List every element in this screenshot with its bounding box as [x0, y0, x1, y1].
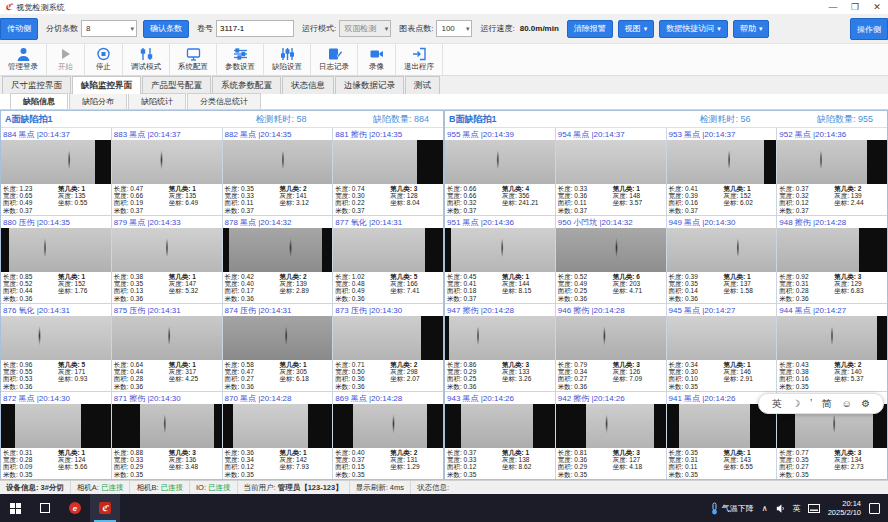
action-exit-button[interactable]: 退出程序 [396, 44, 443, 75]
gray-line: 灰度: 133 [502, 368, 553, 375]
drive-side-button[interactable]: 传动侧 [0, 18, 38, 40]
defect-cell[interactable]: 942 擦伤 |20:14:26长度: 0.81宽度: 0.36面积: 0.29… [556, 392, 666, 479]
close-button[interactable]: ✕ [866, 0, 888, 14]
pinned-app-button[interactable]: e [60, 494, 90, 522]
coord-line: 坐标: 6.02 [723, 199, 774, 206]
measure-line: 米数: 0.35 [114, 471, 169, 478]
defect-cell[interactable]: 949 黑点 |20:14:30长度: 0.39宽度: 0.35面积: 0.14… [667, 216, 777, 303]
action-camera-button[interactable]: 录像 [358, 44, 396, 75]
defect-grid: 884 黑点 |20:14:37长度: 1.23宽度: 0.65面积: 0.49… [1, 128, 443, 479]
defect-cell[interactable]: 951 黑点 |20:14:36长度: 0.45宽度: 0.41面积: 0.18… [445, 216, 555, 303]
defect-cell[interactable]: 880 压伤 |20:14:35长度: 0.85宽度: 0.52面积: 0.44… [1, 216, 111, 303]
action-log-button[interactable]: 日志记录 [311, 44, 358, 75]
start-button[interactable] [0, 494, 30, 522]
defect-cell[interactable]: 881 擦伤 |20:14:35长度: 0.74宽度: 0.30面积: 0.22… [333, 128, 443, 215]
action-center-icon[interactable] [869, 503, 880, 514]
data-quick-access-button[interactable]: 数据快捷访问 [659, 20, 728, 38]
operator-side-button[interactable]: 操作侧 [850, 18, 888, 40]
run-mode-select[interactable]: 双面检测▾ [339, 20, 391, 37]
measure-line: 米数: 0.37 [558, 207, 613, 214]
subtab-3[interactable]: 分类信息统计 [187, 93, 261, 109]
ime-lang-english[interactable]: 英 [772, 397, 782, 411]
defect-cell[interactable]: 950 小凹坑 |20:14:32长度: 0.52宽度: 0.49面积: 0.2… [556, 216, 666, 303]
action-label: 系统配置 [178, 62, 208, 72]
action-params-sliders-button[interactable]: 参数设置 [217, 44, 264, 75]
tab-0[interactable]: 尺寸监控界面 [2, 76, 71, 94]
defect-cell[interactable]: 955 黑点 |20:14:39长度: 0.66宽度: 0.66面积: 0.32… [445, 128, 555, 215]
clock[interactable]: 20:14 2025/2/10 [828, 499, 861, 517]
defect-cell[interactable]: 874 压伤 |20:14:31长度: 0.58宽度: 0.47面积: 0.27… [223, 304, 333, 391]
defect-cell[interactable]: 948 擦伤 |20:14:28长度: 0.92宽度: 0.31面积: 0.28… [777, 216, 887, 303]
defect-class-info: 第几类: 1灰度: 152坐标: 6.02 [723, 185, 774, 214]
ime-toolbar[interactable]: 英☽’简☺⚙ [758, 393, 884, 414]
view-menu-button[interactable]: 视图 [618, 20, 655, 38]
subtab-1[interactable]: 缺陷分布 [69, 93, 127, 109]
ime-simplified[interactable]: 简 [822, 397, 832, 411]
tab-5[interactable]: 边缘数据记录 [335, 76, 404, 94]
defect-cell[interactable]: 944 黑点 |20:14:27长度: 0.43宽度: 0.38面积: 0.16… [777, 304, 887, 391]
action-monitor-button[interactable]: 系统配置 [170, 44, 217, 75]
tab-1[interactable]: 缺陷监控界面 [72, 76, 141, 94]
task-view-button[interactable] [30, 494, 60, 522]
action-defect-sliders-button[interactable]: 缺陷设置 [264, 44, 311, 75]
tab-4[interactable]: 状态信息 [282, 76, 334, 94]
defect-cell[interactable]: 873 压伤 |20:14:30长度: 0.71宽度: 0.50面积: 0.36… [333, 304, 443, 391]
ime-moon-icon[interactable]: ☽ [791, 398, 800, 409]
defect-cell-header: 873 压伤 |20:14:30 [333, 304, 443, 316]
chart-points-select[interactable]: 100▾ [436, 20, 472, 37]
defect-cell[interactable]: 953 黑点 |20:14:37长度: 0.41宽度: 0.39面积: 0.16… [667, 128, 777, 215]
action-stop-button[interactable]: 停止 [85, 44, 123, 75]
action-user-button[interactable]: 管理登录 [0, 44, 47, 75]
ime-settings-icon[interactable]: ⚙ [861, 398, 870, 409]
tab-2[interactable]: 产品型号配置 [142, 76, 211, 94]
minimize-button[interactable]: — [822, 0, 844, 14]
defect-cell[interactable]: 878 黑点 |20:14:32长度: 0.42宽度: 0.40面积: 0.17… [223, 216, 333, 303]
defect-class-info: 第几类: 4灰度: 356坐标: 241.21 [502, 185, 553, 214]
defect-cell[interactable]: 879 黑点 |20:14:33长度: 0.38宽度: 0.35面积: 0.13… [112, 216, 222, 303]
action-debug-sliders-button[interactable]: 调试模式 [123, 44, 170, 75]
measure-line: 米数: 0.36 [3, 295, 58, 302]
defect-cell[interactable]: 946 擦伤 |20:14:28长度: 0.79宽度: 0.34面积: 0.27… [556, 304, 666, 391]
defect-cell[interactable]: 869 黑点 |20:14:28长度: 0.40宽度: 0.37面积: 0.15… [333, 392, 443, 479]
clear-alarm-button[interactable]: 清除报警 [567, 20, 613, 38]
subtab-0[interactable]: 缺陷信息 [10, 93, 68, 109]
defect-cell[interactable]: 871 擦伤 |20:14:30长度: 0.88宽度: 0.33面积: 0.29… [112, 392, 222, 479]
measure-line: 面积: 0.11 [558, 199, 613, 206]
defect-cell[interactable]: 884 黑点 |20:14:37长度: 1.23宽度: 0.65面积: 0.49… [1, 128, 111, 215]
maximize-button[interactable]: ❐ [844, 0, 866, 14]
defect-cell[interactable]: 952 黑点 |20:14:36长度: 0.37宽度: 0.32面积: 0.12… [777, 128, 887, 215]
defect-cell[interactable]: 872 黑点 |20:14:30长度: 0.31宽度: 0.28面积: 0.09… [1, 392, 111, 479]
defect-class-info: 第几类: 1灰度: 305坐标: 6.18 [279, 361, 330, 390]
roll-number-input[interactable] [216, 20, 294, 37]
tab-3[interactable]: 系统参数配置 [212, 76, 281, 94]
defect-cell[interactable]: 945 黑点 |20:14:27长度: 0.34宽度: 0.30面积: 0.10… [667, 304, 777, 391]
volume-icon[interactable] [775, 503, 786, 514]
help-menu-button[interactable]: 帮助 [733, 20, 770, 38]
ime-emoji-icon[interactable]: ☺ [841, 398, 851, 409]
tab-6[interactable]: 测试 [405, 76, 440, 94]
subtab-2[interactable]: 缺陷统计 [128, 93, 186, 109]
defect-cell[interactable]: 954 黑点 |20:14:37长度: 0.33宽度: 0.36面积: 0.11… [556, 128, 666, 215]
action-label: 停止 [96, 62, 111, 72]
defect-cell[interactable]: 947 擦伤 |20:14:28长度: 0.86宽度: 0.29面积: 0.25… [445, 304, 555, 391]
slit-count-select[interactable]: 8▾ [81, 20, 137, 37]
defect-cell[interactable]: 943 黑点 |20:14:26长度: 0.37宽度: 0.33面积: 0.12… [445, 392, 555, 479]
touch-keyboard-icon[interactable] [808, 504, 820, 513]
defect-cell[interactable]: 876 氧化 |20:14:31长度: 0.96宽度: 0.55面积: 0.53… [1, 304, 111, 391]
action-play-button[interactable]: 开始 [47, 44, 85, 75]
defect-cell[interactable]: 877 氧化 |20:14:31长度: 1.02宽度: 0.48面积: 0.49… [333, 216, 443, 303]
defect-cell[interactable]: 875 压伤 |20:14:31长度: 0.64宽度: 0.44面积: 0.28… [112, 304, 222, 391]
defect-cell[interactable]: 883 黑点 |20:14:37长度: 0.47宽度: 0.66面积: 0.19… [112, 128, 222, 215]
tray-expand-button[interactable]: ∧ [762, 504, 768, 513]
defect-cell[interactable]: 882 黑点 |20:14:35长度: 0.35宽度: 0.33面积: 0.11… [223, 128, 333, 215]
defect-info: 长度: 1.23宽度: 0.65面积: 0.49米数: 0.37第几类: 1灰度… [1, 184, 111, 215]
input-language-indicator[interactable]: 英 [793, 503, 801, 514]
coord-line: 坐标: 7.09 [613, 375, 664, 382]
confirm-count-button[interactable]: 确认条数 [143, 20, 189, 38]
detection-app-button[interactable]: ℭ [90, 494, 120, 522]
measure-line: 米数: 0.35 [447, 471, 502, 478]
ime-apostrophe[interactable]: ’ [810, 398, 812, 409]
measure-line: 米数: 0.36 [335, 383, 390, 390]
defect-cell[interactable]: 870 黑点 |20:14:28长度: 0.36宽度: 0.34面积: 0.12… [223, 392, 333, 479]
weather-widget[interactable]: 气温下降 [710, 502, 754, 515]
